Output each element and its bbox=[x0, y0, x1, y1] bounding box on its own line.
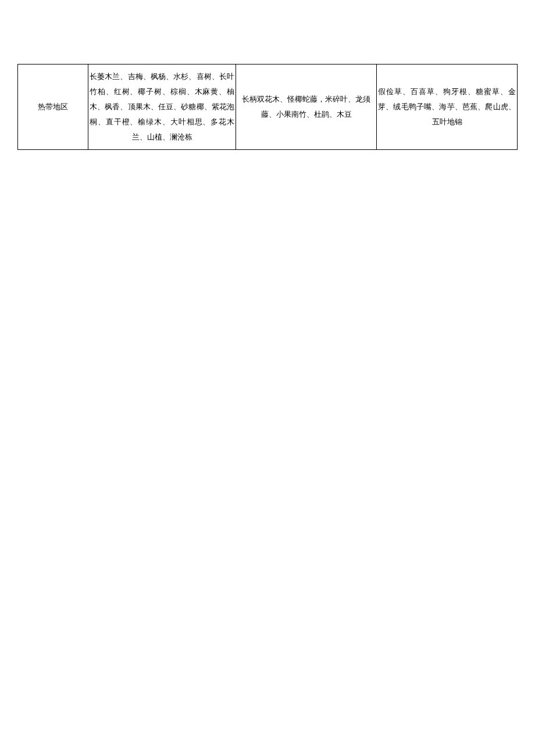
shrubs-cell: 长柄双花木、怪椰蛇藤，米碎叶、龙须藤、小果南竹、杜鹃、木豆 bbox=[236, 65, 377, 150]
trees-cell: 长萎木兰、吉梅、枫杨、水杉、喜树、长叶竹柏、红树、椰子树、棕榈、木麻黄、柚木、枫… bbox=[88, 65, 236, 150]
grasses-cell: 假俭草、百喜草、狗牙根、糖蜜草、金芽、绒毛鸭子嘴、海芋、芭蕉、爬山虎、五叶地锦 bbox=[377, 65, 518, 150]
table-row: 热带地区 长萎木兰、吉梅、枫杨、水杉、喜树、长叶竹柏、红树、椰子树、棕榈、木麻黄… bbox=[18, 65, 518, 150]
plants-table: 热带地区 长萎木兰、吉梅、枫杨、水杉、喜树、长叶竹柏、红树、椰子树、棕榈、木麻黄… bbox=[17, 64, 518, 150]
region-cell: 热带地区 bbox=[18, 65, 88, 150]
